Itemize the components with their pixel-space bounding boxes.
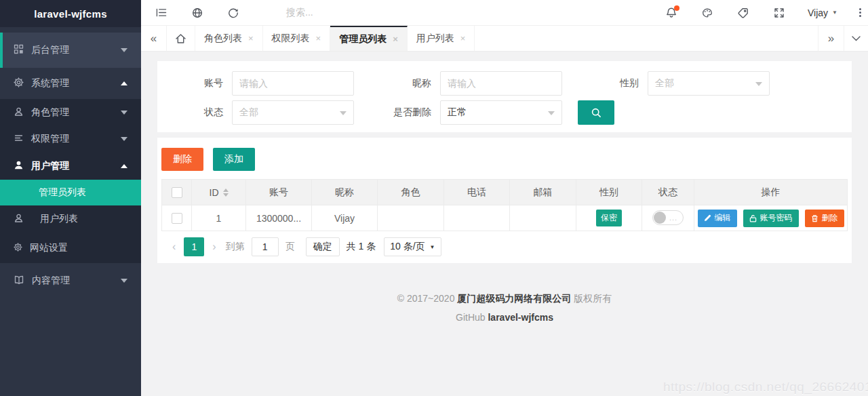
close-icon[interactable]: × <box>460 34 466 43</box>
menu-toggle-icon[interactable] <box>156 7 167 18</box>
tab-label: 用户列表 <box>416 33 454 45</box>
bell-icon[interactable] <box>666 7 677 18</box>
cell-email <box>510 205 576 231</box>
sidebar-item-label: 权限管理 <box>31 133 69 145</box>
sidebar-item-admin-list[interactable]: 管理员列表 <box>0 180 141 205</box>
status-label: 状态 <box>157 106 223 119</box>
notification-dot <box>674 5 679 11</box>
sidebar-item-backstage[interactable]: 后台管理 <box>0 33 141 68</box>
status-select[interactable]: 全部 <box>232 100 354 125</box>
sidebar-item-system[interactable]: 系统管理 <box>0 68 141 99</box>
select-caret-icon <box>755 82 762 86</box>
status-select-value: 全部 <box>239 106 258 119</box>
search-button[interactable] <box>578 100 614 125</box>
select-caret-icon <box>340 111 347 115</box>
deleted-select-value: 正常 <box>448 106 467 119</box>
account-input[interactable] <box>232 71 354 96</box>
close-icon[interactable]: × <box>393 35 398 43</box>
sidebar-item-roles[interactable]: 角色管理 <box>0 99 141 125</box>
pencil-icon <box>704 214 711 222</box>
page-prev-icon[interactable]: ‹ <box>167 241 181 253</box>
account-label: 账号 <box>157 77 223 90</box>
main-area: 搜索... Vijay ▼ <box>141 0 868 396</box>
nickname-input[interactable] <box>440 71 562 96</box>
sidebar-item-label: 管理员列表 <box>39 186 86 199</box>
tab-label: 角色列表 <box>204 33 242 45</box>
sidebar-item-label: 网站设置 <box>30 242 68 254</box>
search-input[interactable]: 搜索... <box>286 7 641 19</box>
sidebar-item-user-list[interactable]: 用户列表 <box>0 205 141 233</box>
account-password-button[interactable]: 账号密码 <box>743 210 799 227</box>
delete-button[interactable]: 删除 <box>161 148 203 171</box>
copyright-suffix: 版权所有 <box>574 293 612 304</box>
fullscreen-icon[interactable] <box>774 7 785 18</box>
select-caret-icon <box>548 111 555 115</box>
tab-admin-list[interactable]: 管理员列表 × <box>330 26 408 51</box>
more-vertical-icon[interactable] <box>858 7 863 18</box>
caret-down-icon <box>121 48 127 52</box>
github-label: GitHub <box>456 312 486 323</box>
deleted-label: 是否删除 <box>354 106 431 119</box>
tab-role-list[interactable]: 角色列表 × <box>195 26 263 51</box>
home-tab[interactable] <box>167 26 195 51</box>
gear-icon <box>14 243 22 254</box>
select-all-checkbox[interactable] <box>172 187 182 198</box>
tabs-collapse-icon[interactable]: « <box>141 26 167 51</box>
caret-down-icon <box>121 111 127 115</box>
sort-icon[interactable] <box>223 189 229 197</box>
close-icon[interactable]: × <box>316 34 321 43</box>
tabs-expand-icon[interactable]: » <box>818 26 844 51</box>
sidebar-item-content[interactable]: 内容管理 <box>0 263 141 298</box>
user-menu[interactable]: Vijay ▼ <box>808 7 837 18</box>
github-repo-link[interactable]: laravel-wjfcms <box>488 312 553 323</box>
per-page-select[interactable]: 10 条/页 ▼ <box>384 237 441 256</box>
refresh-icon[interactable] <box>228 7 239 18</box>
total-count: 共 1 条 <box>347 241 376 253</box>
add-button[interactable]: 添加 <box>213 148 255 171</box>
header-checkbox-cell <box>162 180 192 205</box>
copyright-line: © 2017~2020 厦门超级码力网络有限公司 版权所有 <box>157 293 852 305</box>
nickname-label: 昵称 <box>354 77 431 90</box>
tab-permission-list[interactable]: 权限列表 × <box>263 26 331 51</box>
sidebar-item-users[interactable]: 用户管理 <box>0 152 141 180</box>
cell-gender: 保密 <box>576 205 642 231</box>
tabs-menu-chevron-icon[interactable] <box>844 26 868 51</box>
header-status: 状态 <box>642 180 694 205</box>
sidebar-submenu: 角色管理 权限管理 用户管理 管理员列表 <box>0 99 141 263</box>
search-icon <box>591 107 602 119</box>
header-label: ID <box>210 187 219 198</box>
home-icon <box>175 33 186 44</box>
toggle-text: ... <box>669 214 677 222</box>
globe-icon[interactable] <box>192 7 203 18</box>
status-toggle[interactable]: ... <box>652 210 684 225</box>
row-checkbox[interactable] <box>172 213 182 224</box>
confirm-button[interactable]: 确定 <box>306 237 340 256</box>
page-current[interactable]: 1 <box>184 237 204 256</box>
sidebar-item-label: 后台管理 <box>31 44 69 56</box>
book-icon <box>14 275 24 287</box>
table-row: 1 1300000... Vijay 保密 <box>162 205 848 231</box>
sidebar-item-label: 内容管理 <box>32 275 70 287</box>
row-delete-button[interactable]: 删除 <box>805 210 844 227</box>
grid-icon <box>14 44 24 56</box>
deleted-select[interactable]: 正常 <box>440 100 562 125</box>
pagination: ‹ 1 › 到第 页 确定 共 1 条 10 条/页 ▼ <box>161 237 848 256</box>
tag-icon[interactable] <box>738 7 749 18</box>
sidebar-item-permissions[interactable]: 权限管理 <box>0 125 141 152</box>
tab-user-list[interactable]: 用户列表 × <box>408 26 475 51</box>
sidebar-item-site-settings[interactable]: 网站设置 <box>0 233 141 263</box>
topbar-actions: Vijay ▼ <box>641 7 863 18</box>
cell-nickname: Vijay <box>312 205 378 231</box>
goto-page-input[interactable] <box>252 237 279 256</box>
edit-button[interactable]: 编辑 <box>698 210 737 227</box>
table-header-row: ID 账号 昵称 角色 电话 邮箱 性别 状态 操作 <box>162 180 848 205</box>
page-next-icon[interactable]: › <box>207 241 221 253</box>
select-caret-icon: ▼ <box>430 244 435 250</box>
topbar: 搜索... Vijay ▼ <box>141 0 868 26</box>
trash-icon <box>811 214 818 222</box>
palette-icon[interactable] <box>702 7 713 18</box>
gender-select[interactable]: 全部 <box>648 71 770 96</box>
close-icon[interactable]: × <box>248 34 254 43</box>
tabbar-spacer <box>475 26 818 51</box>
toggle-knob-icon <box>654 212 666 224</box>
